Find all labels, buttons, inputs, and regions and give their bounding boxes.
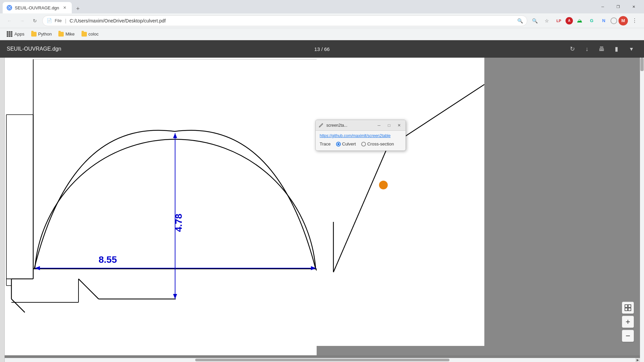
svg-marker-27 xyxy=(173,294,177,299)
culvert-label: Culvert xyxy=(342,141,356,146)
circle-icon[interactable] xyxy=(610,17,617,24)
bookmark-label-mike: Mike xyxy=(65,32,74,37)
bookmark-python[interactable]: Python xyxy=(29,30,54,38)
horizontal-scrollbar[interactable] xyxy=(5,358,640,362)
back-button[interactable]: ← xyxy=(4,15,15,26)
svg-line-6 xyxy=(78,279,99,299)
apps-button[interactable]: Apps xyxy=(4,30,27,38)
pdf-bookmark-button[interactable]: ▮ xyxy=(610,43,623,55)
trace-label: Trace xyxy=(320,141,331,146)
tab-bar: SEUIL-OUVRAGE.dgn ✕ + xyxy=(3,0,83,13)
zoom-in-button[interactable]: + xyxy=(622,316,634,328)
tab-favicon xyxy=(7,5,12,10)
address-prefix: File xyxy=(55,18,62,23)
address-bar[interactable]: 📄 File | C:/Users/maxim/OneDrive/Desktop… xyxy=(42,15,527,26)
pdf-download-button[interactable]: ↓ xyxy=(581,43,593,55)
bookmark-label-python: Python xyxy=(38,32,52,37)
bookmark-mike[interactable]: Mike xyxy=(56,30,77,38)
nordvpn-icon[interactable]: N xyxy=(598,15,609,26)
pdf-print-button[interactable]: 🖶 xyxy=(596,43,608,55)
bookmark-coloc[interactable]: coloc xyxy=(79,30,101,38)
svg-rect-36 xyxy=(625,308,628,311)
address-text: C:/Users/maxim/OneDrive/Desktop/culvert.… xyxy=(70,18,515,23)
forward-button[interactable]: → xyxy=(17,15,28,26)
svg-rect-37 xyxy=(628,305,631,307)
plugin-controls: Trace Culvert Cross-section xyxy=(320,141,401,146)
svg-text:4.78: 4.78 xyxy=(173,214,184,232)
new-tab-button[interactable]: + xyxy=(73,4,83,13)
pdf-header: SEUIL-OUVRAGE.dgn 13 / 66 ↻ ↓ 🖶 ▮ ▾ xyxy=(0,40,644,58)
page-edge-left xyxy=(0,58,5,362)
folder-icon xyxy=(31,32,37,37)
vertical-scrollbar[interactable] xyxy=(640,58,644,362)
svg-line-14 xyxy=(11,299,25,312)
folder-icon-coloc xyxy=(82,32,87,37)
scroll-right-button[interactable]: ▶ xyxy=(635,358,640,362)
maximize-button[interactable]: ❐ xyxy=(610,0,626,13)
menu-button[interactable]: ⋮ xyxy=(629,15,640,26)
pdf-content[interactable]: 8.55 4.78 xyxy=(0,58,644,362)
svg-rect-35 xyxy=(628,308,631,311)
svg-marker-23 xyxy=(35,266,40,270)
pdf-page-info: 13 / 66 xyxy=(314,46,330,52)
plugin-window: screen2ta... ─ □ ✕ https://github.com/ma… xyxy=(315,120,406,151)
tab-close-button[interactable]: ✕ xyxy=(62,5,68,11)
plugin-close-button[interactable]: ✕ xyxy=(395,122,403,129)
cross-section-radio[interactable]: Cross-section xyxy=(361,141,394,146)
scrollbar-thumb[interactable] xyxy=(640,58,644,71)
star-icon[interactable]: ☆ xyxy=(541,15,552,26)
pdf-viewer: SEUIL-OUVRAGE.dgn 13 / 66 ↻ ↓ 🖶 ▮ ▾ xyxy=(0,40,644,362)
apps-label: Apps xyxy=(14,32,24,37)
culvert-radio-indicator xyxy=(336,142,341,146)
nav-toolbar: ← → ↻ 📄 File | C:/Users/maxim/OneDrive/D… xyxy=(0,13,644,28)
search-icon[interactable]: 🔍 xyxy=(529,15,540,26)
minimize-button[interactable]: ─ xyxy=(595,0,610,13)
pdf-title: SEUIL-OUVRAGE.dgn xyxy=(7,46,61,52)
plugin-pencil-icon xyxy=(318,123,324,128)
pdf-right-background xyxy=(317,58,640,355)
window-controls: ─ ❐ ✕ xyxy=(595,0,641,13)
cross-section-radio-indicator xyxy=(361,142,366,146)
zoom-controls: + − xyxy=(622,302,634,342)
zoom-out-button[interactable]: − xyxy=(622,330,634,342)
apps-grid-icon xyxy=(7,31,12,37)
plugin-url-link[interactable]: https://github.com/maximlt/screen2table xyxy=(320,133,401,138)
reload-button[interactable]: ↻ xyxy=(30,15,40,26)
lastpass-icon[interactable]: LP xyxy=(553,15,564,26)
active-tab[interactable]: SEUIL-OUVRAGE.dgn ✕ xyxy=(3,2,72,13)
toolbar-icons: 🔍 ☆ LP A ⛰ G N M ⋮ xyxy=(529,15,640,26)
close-button[interactable]: ✕ xyxy=(626,0,641,13)
plugin-minimize-button[interactable]: ─ xyxy=(375,122,383,129)
engineering-drawing: 8.55 4.78 xyxy=(5,58,317,346)
culvert-radio[interactable]: Culvert xyxy=(336,141,356,146)
pdf-page: 8.55 4.78 xyxy=(5,58,317,355)
file-icon: 📄 xyxy=(47,18,52,23)
pdf-bookmark-dropdown[interactable]: ▾ xyxy=(625,43,637,55)
pdf-refresh-button[interactable]: ↻ xyxy=(566,43,578,55)
user-avatar[interactable]: M xyxy=(619,16,628,25)
plugin-title: screen2ta... xyxy=(326,123,373,128)
grammarly-icon[interactable]: G xyxy=(586,15,597,26)
right-page-drawing xyxy=(317,58,484,346)
pdf-toolbar-right: ↻ ↓ 🖶 ▮ ▾ xyxy=(566,43,637,55)
search-icon: 🔍 xyxy=(517,18,523,23)
evernote-icon[interactable]: ⛰ xyxy=(574,15,585,26)
plugin-maximize-button[interactable]: □ xyxy=(385,122,393,129)
h-scrollbar-thumb[interactable] xyxy=(195,359,449,361)
svg-marker-26 xyxy=(173,133,177,138)
folder-icon-mike xyxy=(58,32,64,37)
bookmark-label-coloc: coloc xyxy=(89,32,99,37)
cursor-dot xyxy=(379,181,388,189)
bookmarks-bar: Apps Python Mike coloc xyxy=(0,28,644,40)
cross-section-label: Cross-section xyxy=(367,141,394,146)
svg-point-1 xyxy=(9,7,10,8)
plugin-titlebar: screen2ta... ─ □ ✕ xyxy=(316,120,406,131)
svg-text:8.55: 8.55 xyxy=(99,254,117,265)
zoom-fit-button[interactable] xyxy=(622,302,634,314)
svg-rect-34 xyxy=(625,305,628,307)
plugin-body: https://github.com/maximlt/screen2table … xyxy=(316,131,406,150)
adblock-icon[interactable]: A xyxy=(566,17,573,24)
tab-title: SEUIL-OUVRAGE.dgn xyxy=(15,5,59,10)
title-bar: SEUIL-OUVRAGE.dgn ✕ + ─ ❐ ✕ xyxy=(0,0,644,13)
